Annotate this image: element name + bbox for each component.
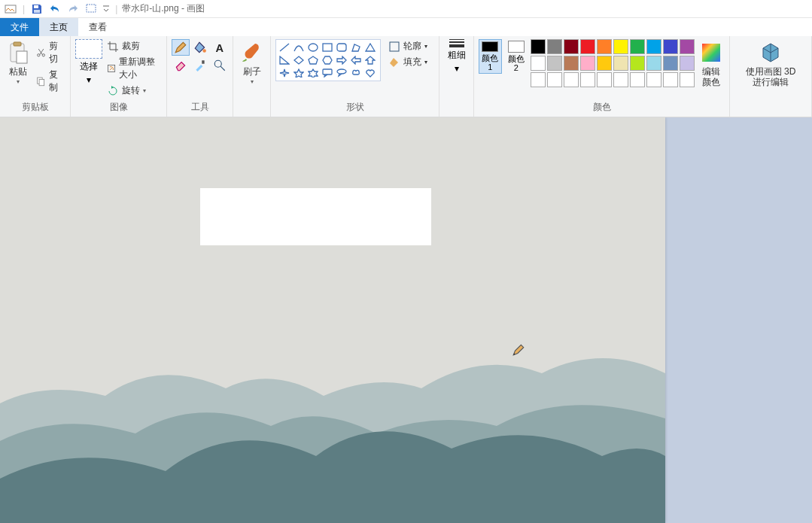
palette-swatch[interactable]: [580, 39, 595, 54]
qat-selection-icon[interactable]: [84, 2, 99, 17]
palette-swatch[interactable]: [580, 72, 595, 87]
palette-swatch[interactable]: [663, 72, 678, 87]
color-picker-tool[interactable]: [191, 57, 209, 74]
palette-swatch[interactable]: [646, 39, 661, 54]
select-button[interactable]: 选择 ▾: [75, 39, 102, 85]
svg-point-7: [38, 54, 40, 56]
palette-swatch[interactable]: [564, 56, 579, 71]
shape-diamond[interactable]: [292, 54, 306, 66]
cut-button[interactable]: 剪切: [35, 39, 65, 66]
palette-swatch[interactable]: [680, 72, 695, 87]
palette-swatch[interactable]: [613, 56, 628, 71]
crop-button[interactable]: 裁剪: [105, 39, 162, 53]
resize-button[interactable]: 重新调整大小: [105, 55, 162, 82]
palette-swatch[interactable]: [663, 56, 678, 71]
shape-line[interactable]: [278, 41, 291, 53]
undo-icon[interactable]: [47, 2, 62, 17]
pencil-tool[interactable]: [172, 39, 190, 56]
text-tool[interactable]: A: [211, 39, 229, 56]
palette-swatch[interactable]: [630, 39, 645, 54]
svg-rect-3: [87, 5, 96, 12]
color-palette: [531, 39, 695, 87]
shape-arrow-left[interactable]: [349, 54, 363, 66]
palette-swatch[interactable]: [547, 56, 562, 71]
workspace[interactable]: [0, 117, 812, 523]
edit-colors-button[interactable]: 编辑颜色: [698, 39, 725, 89]
palette-swatch[interactable]: [597, 39, 612, 54]
shape-star4[interactable]: [278, 67, 291, 79]
palette-swatch[interactable]: [680, 39, 695, 54]
canvas[interactable]: [0, 117, 665, 523]
brushes-button[interactable]: 刷子 ▾: [238, 39, 266, 87]
rotate-button[interactable]: 旋转 ▾: [105, 84, 162, 98]
svg-rect-21: [390, 42, 399, 51]
palette-swatch[interactable]: [531, 72, 546, 87]
shape-triangle[interactable]: [363, 41, 377, 53]
palette-swatch[interactable]: [547, 39, 562, 54]
save-icon[interactable]: [29, 2, 44, 17]
palette-swatch[interactable]: [531, 56, 546, 71]
fill-tool[interactable]: [191, 39, 209, 56]
palette-swatch[interactable]: [547, 72, 562, 87]
shape-hexagon[interactable]: [321, 54, 334, 66]
shape-polygon[interactable]: [349, 41, 363, 53]
rotate-icon: [107, 85, 119, 97]
tab-view[interactable]: 查看: [78, 18, 117, 36]
palette-swatch[interactable]: [663, 39, 678, 54]
shape-roundrect[interactable]: [335, 41, 348, 53]
size-button[interactable]: 粗细 ▾: [445, 39, 469, 74]
group-label-clipboard: 剪贴板: [5, 99, 65, 115]
palette-swatch[interactable]: [680, 56, 695, 71]
palette-swatch[interactable]: [630, 72, 645, 87]
copy-button[interactable]: 复制: [35, 68, 65, 95]
paste-button[interactable]: 粘贴 ▾: [5, 39, 32, 87]
scissors-icon: [36, 47, 46, 59]
svg-rect-18: [337, 44, 346, 51]
shape-fill-button[interactable]: 填充▾: [387, 55, 429, 69]
shape-arrow-right[interactable]: [335, 54, 348, 66]
shape-heart[interactable]: [363, 67, 377, 79]
svg-text:A: A: [215, 42, 224, 54]
shape-arrow-up[interactable]: [363, 54, 377, 66]
shape-pentagon[interactable]: [306, 54, 320, 66]
palette-swatch[interactable]: [613, 39, 628, 54]
palette-swatch[interactable]: [564, 39, 579, 54]
shape-callout-round[interactable]: [335, 67, 348, 79]
paint3d-button[interactable]: 使用画图 3D 进行编辑: [739, 39, 802, 89]
shape-outline-button[interactable]: 轮廓▾: [387, 39, 429, 53]
palette-swatch[interactable]: [597, 72, 612, 87]
svg-point-12: [202, 49, 206, 53]
palette-swatch[interactable]: [646, 56, 661, 71]
palette-swatch[interactable]: [564, 72, 579, 87]
chevron-down-icon: ▾: [251, 78, 254, 85]
eraser-tool[interactable]: [172, 57, 190, 74]
svg-rect-14: [202, 60, 204, 64]
shape-right-triangle[interactable]: [278, 54, 291, 66]
paint3d-icon: [759, 41, 783, 65]
palette-swatch[interactable]: [630, 56, 645, 71]
shape-rect[interactable]: [321, 41, 334, 53]
palette-swatch[interactable]: [580, 56, 595, 71]
shape-callout-cloud[interactable]: [349, 67, 363, 79]
qat-separator: |: [23, 4, 25, 14]
shapes-gallery[interactable]: [275, 39, 381, 81]
palette-swatch[interactable]: [613, 72, 628, 87]
shape-curve[interactable]: [292, 41, 306, 53]
color1-button[interactable]: 颜色 1: [479, 39, 502, 74]
palette-swatch[interactable]: [531, 39, 546, 54]
svg-rect-6: [17, 51, 27, 63]
palette-swatch[interactable]: [646, 72, 661, 87]
shape-star6[interactable]: [306, 67, 320, 79]
redo-icon[interactable]: [65, 2, 81, 17]
color2-button[interactable]: 颜色 2: [505, 39, 528, 74]
svg-rect-5: [14, 42, 21, 46]
palette-swatch[interactable]: [597, 56, 612, 71]
tab-file[interactable]: 文件: [0, 18, 39, 36]
shape-star5[interactable]: [292, 67, 306, 79]
shape-callout-rect[interactable]: [321, 67, 334, 79]
svg-rect-1: [34, 5, 38, 8]
qat-dropdown-icon[interactable]: [102, 2, 111, 17]
magnifier-tool[interactable]: [211, 57, 229, 74]
tab-home[interactable]: 主页: [39, 18, 78, 36]
shape-oval[interactable]: [306, 41, 320, 53]
